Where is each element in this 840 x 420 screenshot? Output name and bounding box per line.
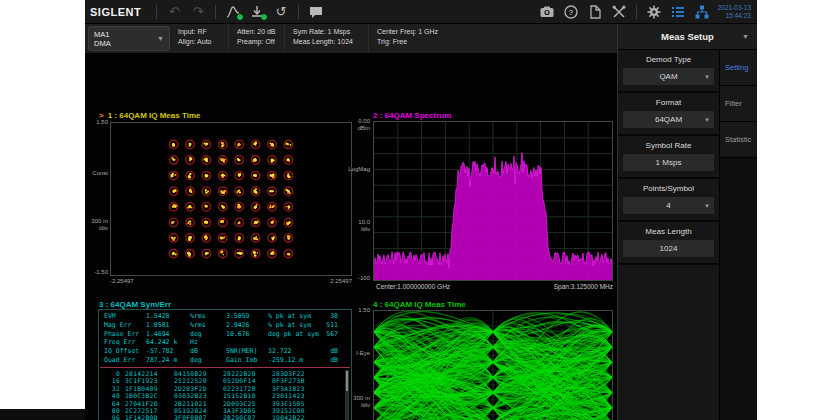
- axis-label: /div: [337, 402, 370, 409]
- status-cell-input: Input: RFAlign: Auto: [170, 24, 228, 53]
- hex-group: 28142214: [125, 370, 174, 377]
- hex-group: 15152B10: [223, 392, 272, 399]
- hex-group: 3A3F3D05: [223, 407, 272, 414]
- menu-item-demod-type: Demod Type QAM ▼: [618, 50, 719, 93]
- hex-group: 2D203F2D: [174, 385, 223, 392]
- tools-icon[interactable]: [607, 2, 631, 22]
- symbol-rate-field[interactable]: 1 Msps: [623, 154, 714, 171]
- menu-item-symbol-rate: Symbol Rate 1 Msps: [618, 136, 719, 179]
- menu-list-icon[interactable]: [666, 2, 690, 22]
- hex-row-index: 0: [101, 370, 125, 377]
- metric-cell: 1.5428: [146, 312, 190, 321]
- hex-group: 1F142B0D: [125, 414, 174, 420]
- meas-length-field[interactable]: 1024: [623, 240, 714, 257]
- spectrum-plot[interactable]: [373, 121, 613, 281]
- toolbar-divider: [298, 5, 299, 19]
- hex-row-index: 80: [101, 407, 125, 414]
- metric-cell: %rms: [190, 312, 226, 321]
- metric-cell: Quad Err: [104, 356, 146, 365]
- siglent-logo: SIGLENT: [90, 6, 141, 18]
- menu-item-points-symbol: Points/Symbol 4 ▼: [618, 179, 719, 222]
- metric-cell: [226, 338, 268, 347]
- symerr-title: 3 : 64QAM Sym/Err: [99, 300, 171, 309]
- hex-group: 19042B22: [272, 414, 321, 420]
- network-icon[interactable]: [690, 2, 714, 22]
- measurement-area: >1 : 64QAM IQ Meas Time 1.50 Const 300 m…: [85, 54, 617, 420]
- constellation-title: >1 : 64QAM IQ Meas Time: [99, 111, 200, 120]
- metric-cell: % pk at sym: [268, 312, 326, 321]
- redo-icon[interactable]: ↷: [186, 2, 210, 22]
- spectrum-title: 2 : 64QAM Spectrum: [373, 111, 451, 120]
- peak-search-icon[interactable]: [221, 2, 245, 22]
- metric-cell: 10.676: [226, 330, 268, 339]
- center-freq-label: Center:1.000000000 GHz: [376, 283, 450, 290]
- hex-row: 802C272517051920243A3F3D0539152C00: [101, 407, 341, 414]
- metric-cell: dB: [326, 356, 348, 365]
- hex-row-index: 16: [101, 377, 125, 384]
- hex-row: 163C1F192325212520052D0F140F3F273B: [101, 377, 341, 384]
- menu-item-format: Format 64QAM ▼: [618, 93, 719, 136]
- page: SIGLENT ↶ ↷ ↺ ?: [0, 0, 840, 420]
- axis-label: Const: [75, 170, 108, 177]
- metric-cell: 3.5059: [226, 312, 268, 321]
- eye-plot[interactable]: [373, 310, 613, 420]
- hex-group: 23011423: [272, 392, 321, 399]
- tab-statistic[interactable]: Statistic: [720, 122, 757, 158]
- hex-row: 321F1B04092D203F2D022317203F3A1823: [101, 385, 341, 392]
- hex-group: 39152C00: [272, 407, 321, 414]
- help-icon[interactable]: ?: [559, 2, 583, 22]
- metrics-table: EVM1.5428%rms3.5059% pk at sym38Mag Err1…: [104, 312, 348, 365]
- channel-selector[interactable]: MA1 DMA ▼: [88, 26, 170, 51]
- metric-cell: EVM: [104, 312, 146, 321]
- hex-row-index: 64: [101, 400, 125, 407]
- hex-group: 0F3F273B: [272, 377, 321, 384]
- hex-row: 6427041F202B2110212D093C25393C1505: [101, 400, 341, 407]
- format-select[interactable]: 64QAM ▼: [623, 111, 714, 128]
- chevron-down-icon: ▼: [704, 74, 710, 80]
- scrollbar-thumb[interactable]: [346, 371, 348, 391]
- hex-group: 03032B23: [174, 392, 223, 399]
- symerr-panel[interactable]: EVM1.5428%rms3.5059% pk at sym38Mag Err1…: [98, 309, 352, 420]
- symbol-hex-table: 02814221404150B2920222B20283D3F22163C1F1…: [101, 370, 341, 420]
- demod-type-select[interactable]: QAM ▼: [623, 68, 714, 85]
- hex-group: 3F3A1823: [272, 385, 321, 392]
- metric-row: Phase Err1.4694deg10.676deg pk at sym567: [104, 330, 348, 339]
- metric-cell: [326, 338, 348, 347]
- toolbar-divider: [636, 5, 637, 19]
- metric-cell: deg: [190, 330, 226, 339]
- points-symbol-select[interactable]: 4 ▼: [623, 197, 714, 214]
- message-icon[interactable]: [304, 2, 328, 22]
- preset-load-icon[interactable]: [245, 2, 269, 22]
- file-icon[interactable]: [583, 2, 607, 22]
- metric-cell: Freq Err: [104, 338, 146, 347]
- status-cell-symrate: Sym Rate: 1 MspsMeas Length: 1024: [284, 24, 368, 53]
- undo-icon[interactable]: ↶: [162, 2, 186, 22]
- metric-cell: 1.4694: [146, 330, 190, 339]
- constellation-plot[interactable]: [110, 122, 352, 276]
- settings-gear-icon[interactable]: [642, 2, 666, 22]
- hex-group: 1F1B0409: [125, 385, 174, 392]
- metric-cell: dB: [190, 347, 226, 356]
- axis-label: -1.50: [75, 269, 108, 276]
- sidebar-header[interactable]: Meas Setup ▼: [618, 24, 757, 50]
- hex-row: 481B0C3B2C03032B2315152B1023011423: [101, 392, 341, 399]
- metric-cell: Hz: [190, 338, 226, 347]
- metric-cell: 1.0581: [146, 321, 190, 330]
- metric-cell: deg: [190, 356, 226, 365]
- metric-cell: %rms: [190, 321, 226, 330]
- metric-cell: % pk at sym: [268, 321, 326, 330]
- axis-label: I-Eye: [337, 350, 370, 357]
- tab-setting[interactable]: Setting: [720, 50, 757, 86]
- tab-filter[interactable]: Filter: [720, 86, 757, 122]
- history-icon[interactable]: ↺: [269, 2, 293, 22]
- analyzer-screen: SIGLENT ↶ ↷ ↺ ?: [85, 0, 757, 420]
- hex-group: 3C1F1923: [125, 377, 174, 384]
- metric-cell: Phase Err: [104, 330, 146, 339]
- span-label: Span:3.125000 MHz: [513, 283, 613, 290]
- svg-text:?: ?: [568, 8, 573, 17]
- hex-row-index: 32: [101, 385, 125, 392]
- menu-item-meas-length: Meas Length 1024: [618, 222, 719, 265]
- hex-row-index: 96: [101, 414, 125, 420]
- axis-label: 10.0: [337, 219, 370, 226]
- camera-icon[interactable]: [535, 2, 559, 22]
